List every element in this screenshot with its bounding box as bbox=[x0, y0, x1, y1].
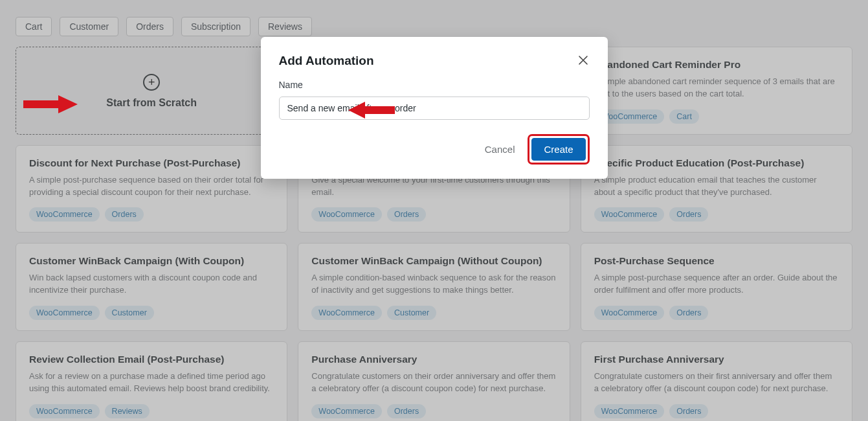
create-button[interactable]: Create bbox=[531, 138, 585, 161]
arrow-annotation-center bbox=[348, 100, 395, 120]
name-label: Name bbox=[279, 80, 590, 90]
automation-name-input[interactable] bbox=[279, 97, 590, 120]
modal-title: Add Automation bbox=[279, 54, 374, 68]
cancel-button[interactable]: Cancel bbox=[474, 138, 526, 161]
create-highlight: Create bbox=[528, 134, 589, 165]
svg-marker-1 bbox=[348, 102, 395, 119]
svg-marker-0 bbox=[23, 95, 78, 113]
arrow-annotation-left bbox=[23, 93, 78, 115]
modal-header: Add Automation bbox=[279, 54, 590, 68]
close-icon[interactable] bbox=[577, 54, 590, 68]
add-automation-modal: Add Automation Name Cancel Create bbox=[261, 37, 608, 179]
modal-actions: Cancel Create bbox=[279, 134, 590, 165]
